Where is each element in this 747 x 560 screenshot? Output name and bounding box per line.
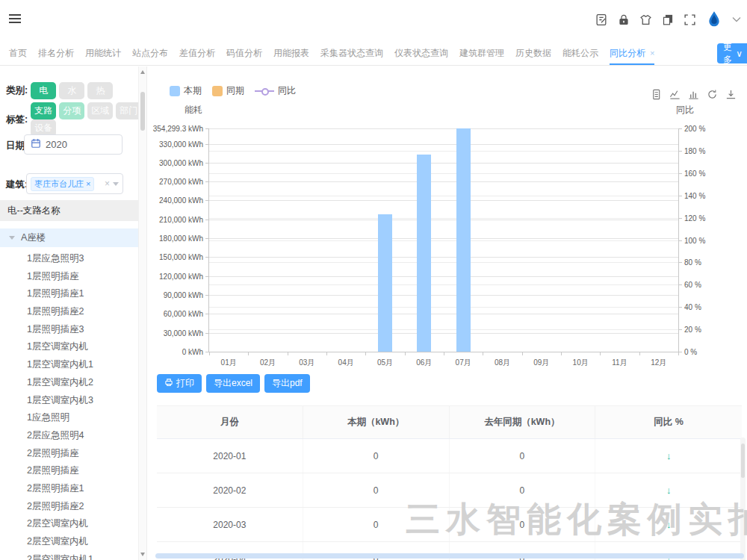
tree-item[interactable]: 1层空调室内机 [0, 338, 139, 356]
clear-icon[interactable]: × [105, 178, 110, 189]
axis-tick [288, 352, 288, 355]
more-button[interactable]: 更多∨ [717, 43, 747, 63]
gridline [209, 314, 678, 314]
tree-item[interactable]: 1层照明插座1 [0, 285, 139, 303]
date-input[interactable]: 2020 [24, 134, 123, 155]
building-select[interactable]: 枣庄市台儿庄 × × [26, 173, 123, 194]
tree-item[interactable]: 2层空调室内机1 [0, 551, 139, 560]
tree-item[interactable]: 1层照明插座 [0, 268, 139, 286]
tree-item[interactable]: 1层空调室内机3 [0, 392, 139, 410]
x-axis-label: 02月 [248, 358, 287, 368]
axis-tick [405, 352, 406, 355]
tree-item[interactable]: 2层照明插座 [0, 445, 139, 463]
table-cell-trend: ↓ [595, 473, 742, 507]
legend-item-同期[interactable]: 同期 [212, 84, 244, 97]
tree-item[interactable]: 1层照明插座3 [0, 321, 139, 339]
tree-item[interactable]: 2层空调室内机 [0, 533, 139, 551]
tree-item[interactable]: 2层照明插座1 [0, 480, 139, 498]
gridline [209, 329, 678, 330]
tag-button-支路[interactable]: 支路 [31, 102, 56, 119]
right-axis-label: 20 % [684, 326, 701, 334]
tab-能耗公示[interactable]: 能耗公示 [562, 41, 598, 65]
copy-icon[interactable] [662, 13, 674, 26]
gridline [209, 262, 678, 263]
tree-item[interactable]: 2层空调室内机 [0, 515, 139, 533]
category-button-水[interactable]: 水 [59, 82, 84, 99]
tree-item[interactable]: 1层空调室内机1 [0, 356, 139, 374]
tree-item[interactable]: 1层应急照明3 [0, 250, 139, 268]
category-button-电[interactable]: 电 [31, 82, 56, 99]
fullscreen-icon[interactable] [684, 13, 696, 26]
tree-item[interactable]: 2层照明插座 [0, 462, 139, 480]
bar-本期-05月[interactable] [378, 214, 392, 352]
theme-shirt-icon[interactable] [639, 13, 652, 26]
save-image-icon[interactable] [725, 89, 737, 100]
left-axis-label: 354,299.3 kWh [136, 125, 203, 133]
tab-排名分析[interactable]: 排名分析 [38, 41, 74, 65]
tab-码值分析[interactable]: 码值分析 [226, 41, 262, 65]
bar-本期-07月[interactable] [456, 128, 471, 352]
horizontal-scrollbar[interactable] [155, 553, 744, 559]
chevron-down-icon[interactable] [732, 16, 741, 22]
logo-water-drop-icon[interactable] [706, 10, 722, 28]
table-cell: 0 [450, 439, 596, 473]
tab-站点分布[interactable]: 站点分布 [132, 41, 168, 65]
line-chart-icon[interactable] [669, 89, 681, 100]
menu-icon[interactable] [9, 14, 21, 25]
scroll-down-icon[interactable] [140, 553, 145, 556]
tab-首页[interactable]: 首页 [9, 41, 27, 65]
trend-down-icon: ↓ [666, 519, 672, 530]
tag-close-icon[interactable]: × [86, 179, 90, 188]
tab-用能统计[interactable]: 用能统计 [85, 41, 121, 65]
tree-item[interactable]: 2层应急照明4 [0, 427, 139, 445]
gridline [209, 333, 678, 334]
scroll-up-icon[interactable] [140, 70, 145, 74]
print-button[interactable]: 打印 [157, 374, 202, 393]
table-scrollbar[interactable] [740, 438, 746, 560]
tab-历史数据[interactable]: 历史数据 [515, 41, 551, 65]
left-axis-line [208, 128, 209, 352]
legend-item-同比[interactable]: 同比 [255, 84, 296, 97]
tree-node-parent[interactable]: A座楼 [0, 228, 139, 247]
left-axis-label: 210,000 kWh [136, 216, 203, 224]
gridline [209, 151, 678, 152]
table-header-row: 月份本期（kWh）去年同期（kWh）同比 % [157, 405, 742, 439]
tree-item[interactable]: 1应急照明 [0, 409, 139, 427]
tree-item[interactable]: 1层照明插座2 [0, 303, 139, 321]
gridline [209, 128, 678, 129]
trend-down-icon: ↓ [666, 450, 672, 461]
restore-icon[interactable] [707, 89, 718, 100]
data-view-icon[interactable] [651, 89, 662, 100]
export-excel-button[interactable]: 导出excel [206, 374, 260, 393]
tree-item[interactable]: 2层照明插座2 [0, 498, 139, 516]
gridline [209, 218, 678, 219]
tree-item[interactable]: 1层空调室内机2 [0, 374, 139, 392]
tab-close-icon[interactable]: × [650, 49, 654, 57]
bar-chart-icon[interactable] [688, 89, 699, 100]
table-cell: 0 [450, 508, 596, 541]
journal-edit-icon[interactable] [595, 13, 608, 26]
tab-建筑群管理[interactable]: 建筑群管理 [459, 41, 504, 65]
export-pdf-button[interactable]: 导出pdf [264, 374, 310, 393]
x-axis-label: 07月 [444, 358, 483, 368]
tab-用能报表[interactable]: 用能报表 [273, 41, 309, 65]
tab-仪表状态查询[interactable]: 仪表状态查询 [394, 41, 448, 65]
tab-差值分析[interactable]: 差值分析 [179, 41, 215, 65]
legend-item-本期[interactable]: 本期 [170, 84, 202, 97]
category-button-热[interactable]: 热 [87, 82, 113, 99]
x-axis-label: 06月 [405, 358, 444, 368]
left-axis-title: 能耗 [185, 104, 202, 116]
caret-down-icon[interactable] [9, 236, 15, 240]
axis-tick [522, 352, 523, 355]
tab-同比分析[interactable]: 同比分析× [610, 41, 654, 65]
tab-采集器状态查询[interactable]: 采集器状态查询 [320, 41, 383, 65]
axis-tick [365, 352, 366, 355]
gridline [209, 144, 678, 145]
tag-button-分项[interactable]: 分项 [59, 102, 84, 119]
bar-本期-06月[interactable] [417, 155, 431, 352]
right-axis-title: 同比 [676, 104, 694, 116]
x-axis-label: 11月 [600, 358, 639, 368]
table-cell-trend: ↓ [595, 439, 742, 473]
tag-button-区域[interactable]: 区域 [87, 102, 113, 119]
lock-icon[interactable] [618, 13, 630, 26]
